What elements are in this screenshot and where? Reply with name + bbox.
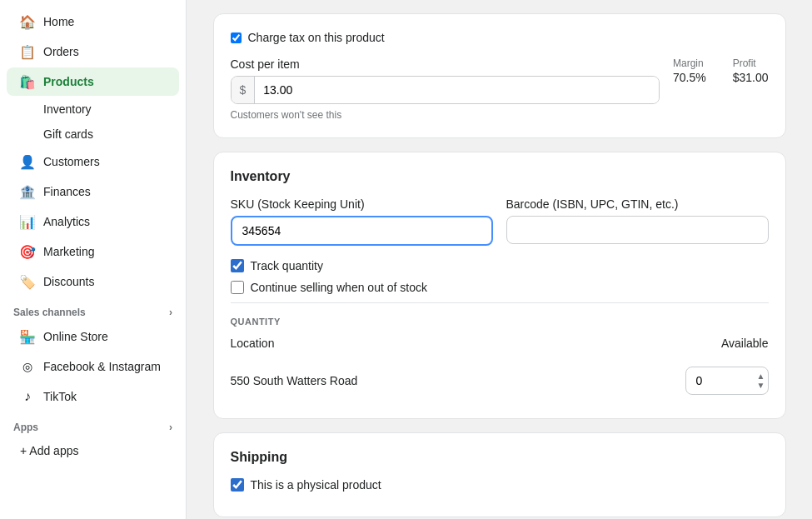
apps-chevron: › bbox=[169, 422, 172, 433]
sidebar-label-marketing: Marketing bbox=[43, 245, 94, 258]
quantity-section-label: QUANTITY bbox=[231, 302, 769, 327]
apps-label: Apps bbox=[13, 422, 38, 433]
apps-section[interactable]: Apps › bbox=[0, 412, 186, 437]
cost-input[interactable] bbox=[255, 77, 659, 103]
sidebar-label-online-store: Online Store bbox=[43, 330, 108, 343]
margin-label: Margin bbox=[673, 57, 706, 69]
location-column-header: Location bbox=[231, 337, 275, 350]
barcode-input[interactable] bbox=[506, 216, 769, 244]
sidebar-item-marketing[interactable]: 🎯 Marketing bbox=[7, 237, 179, 266]
quantity-down-button[interactable]: ▼ bbox=[757, 382, 765, 390]
quantity-header: Location Available bbox=[231, 337, 769, 350]
quantity-row: 550 South Watters Road ▲ ▼ bbox=[231, 360, 769, 402]
sidebar-item-customers[interactable]: 👤 Customers bbox=[7, 147, 179, 176]
sidebar-item-home[interactable]: 🏠 Home bbox=[7, 7, 179, 36]
shipping-title: Shipping bbox=[231, 450, 769, 465]
sidebar-label-analytics: Analytics bbox=[43, 215, 90, 228]
quantity-up-button[interactable]: ▲ bbox=[757, 372, 765, 381]
sidebar-item-finances[interactable]: 🏦 Finances bbox=[7, 177, 179, 206]
charge-tax-label[interactable]: Charge tax on this product bbox=[248, 31, 385, 44]
barcode-label: Barcode (ISBN, UPC, GTIN, etc.) bbox=[506, 197, 769, 211]
sidebar-item-products[interactable]: 🛍️ Products bbox=[7, 67, 179, 96]
cost-per-item-label: Cost per item bbox=[231, 57, 660, 71]
sidebar-item-add-apps[interactable]: + Add apps bbox=[7, 437, 179, 464]
physical-product-label[interactable]: This is a physical product bbox=[251, 478, 381, 492]
quantity-input[interactable] bbox=[685, 367, 769, 395]
sidebar-label-customers: Customers bbox=[43, 155, 100, 168]
track-quantity-label[interactable]: Track quantity bbox=[251, 259, 323, 272]
quantity-spinners: ▲ ▼ bbox=[757, 372, 765, 390]
quantity-input-wrap: ▲ ▼ bbox=[685, 367, 769, 395]
discounts-icon: 🏷️ bbox=[20, 274, 35, 289]
inventory-card: Inventory SKU (Stock Keeping Unit) Barco… bbox=[213, 152, 786, 419]
marketing-icon: 🎯 bbox=[20, 244, 35, 259]
continue-selling-label[interactable]: Continue selling when out of stock bbox=[251, 281, 427, 294]
cost-input-wrap: $ bbox=[231, 76, 660, 104]
sales-channels-label: Sales channels bbox=[13, 307, 86, 318]
sidebar-label-facebook-instagram: Facebook & Instagram bbox=[43, 360, 161, 373]
pricing-card: Charge tax on this product Cost per item… bbox=[213, 13, 786, 138]
profit-value: $31.00 bbox=[733, 71, 769, 84]
facebook-instagram-icon: ◎ bbox=[20, 359, 35, 374]
sales-channels-section[interactable]: Sales channels › bbox=[0, 297, 186, 322]
margin-value: 70.5% bbox=[673, 71, 706, 84]
analytics-icon: 📊 bbox=[20, 214, 35, 229]
profit-label: Profit bbox=[733, 57, 769, 69]
sku-barcode-row: SKU (Stock Keeping Unit) Barcode (ISBN, … bbox=[231, 197, 769, 246]
sidebar-item-facebook-instagram[interactable]: ◎ Facebook & Instagram bbox=[7, 352, 179, 381]
cost-field-wrap: Cost per item $ Customers won't see this bbox=[231, 57, 660, 121]
products-icon: 🛍️ bbox=[20, 74, 35, 89]
available-column-header: Available bbox=[721, 337, 769, 350]
sidebar-item-inventory[interactable]: Inventory bbox=[7, 97, 179, 121]
barcode-field-group: Barcode (ISBN, UPC, GTIN, etc.) bbox=[506, 197, 769, 246]
charge-tax-row: Charge tax on this product bbox=[231, 31, 769, 44]
sidebar-label-home: Home bbox=[43, 15, 74, 28]
pricing-row: Cost per item $ Customers won't see this… bbox=[231, 57, 769, 121]
sidebar-label-products: Products bbox=[43, 75, 94, 88]
physical-product-checkbox[interactable] bbox=[231, 478, 244, 492]
sidebar-label-discounts: Discounts bbox=[43, 275, 94, 288]
sidebar-item-orders[interactable]: 📋 Orders bbox=[7, 37, 179, 66]
tiktok-icon: ♪ bbox=[20, 389, 35, 404]
sidebar-item-tiktok[interactable]: ♪ TikTok bbox=[7, 382, 179, 411]
physical-product-row[interactable]: This is a physical product bbox=[231, 478, 769, 492]
sales-channels-chevron: › bbox=[169, 307, 172, 318]
customers-icon: 👤 bbox=[20, 154, 35, 169]
continue-selling-row[interactable]: Continue selling when out of stock bbox=[231, 281, 769, 294]
inventory-title: Inventory bbox=[231, 169, 769, 184]
sku-label: SKU (Stock Keeping Unit) bbox=[231, 197, 493, 211]
continue-selling-checkbox[interactable] bbox=[231, 281, 244, 294]
sidebar-label-finances: Finances bbox=[43, 185, 91, 198]
location-name: 550 South Watters Road bbox=[231, 374, 358, 387]
main-content: Charge tax on this product Cost per item… bbox=[187, 0, 812, 519]
stats-group: Margin 70.5% Profit $31.00 bbox=[673, 57, 769, 84]
shipping-card: Shipping This is a physical product bbox=[213, 432, 786, 517]
sidebar-item-analytics[interactable]: 📊 Analytics bbox=[7, 207, 179, 236]
sidebar-item-gift-cards[interactable]: Gift cards bbox=[7, 122, 179, 146]
online-store-icon: 🏪 bbox=[20, 329, 35, 344]
sidebar-item-online-store[interactable]: 🏪 Online Store bbox=[7, 322, 179, 351]
home-icon: 🏠 bbox=[20, 14, 35, 29]
track-quantity-checkbox[interactable] bbox=[231, 259, 244, 272]
charge-tax-checkbox[interactable] bbox=[231, 32, 242, 43]
add-apps-label: + Add apps bbox=[20, 444, 78, 457]
sidebar-label-inventory: Inventory bbox=[43, 102, 92, 116]
sidebar: 🏠 Home 📋 Orders 🛍️ Products Inventory Gi… bbox=[0, 0, 187, 519]
sidebar-item-discounts[interactable]: 🏷️ Discounts bbox=[7, 267, 179, 296]
finances-icon: 🏦 bbox=[20, 184, 35, 199]
margin-stat: Margin 70.5% bbox=[673, 57, 706, 84]
sidebar-label-gift-cards: Gift cards bbox=[43, 127, 93, 141]
customers-note: Customers won't see this bbox=[231, 109, 660, 121]
sku-field-group: SKU (Stock Keeping Unit) bbox=[231, 197, 493, 246]
sidebar-label-tiktok: TikTok bbox=[43, 390, 77, 403]
profit-stat: Profit $31.00 bbox=[733, 57, 769, 84]
orders-icon: 📋 bbox=[20, 44, 35, 59]
track-quantity-row[interactable]: Track quantity bbox=[231, 259, 769, 272]
sku-input[interactable] bbox=[231, 216, 493, 246]
currency-symbol: $ bbox=[232, 77, 256, 103]
sidebar-label-orders: Orders bbox=[43, 45, 79, 58]
